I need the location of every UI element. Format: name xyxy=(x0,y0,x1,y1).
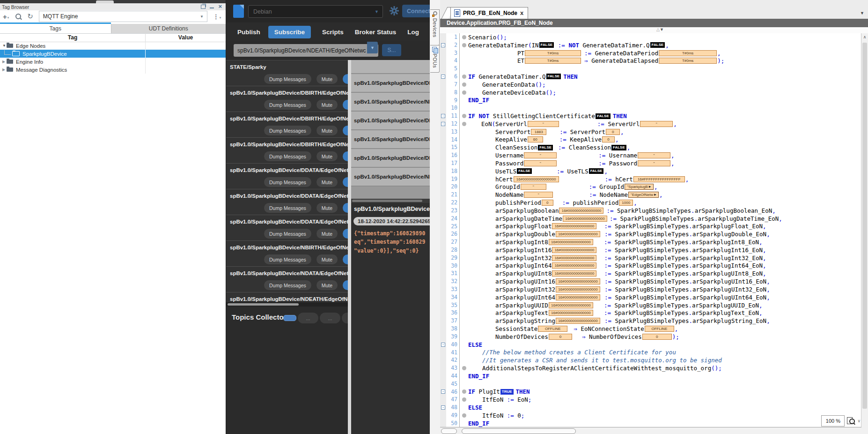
subscription-item[interactable]: spBv1.0/SparkplugBDevice/NDEATH/EdgeOfNe… xyxy=(226,292,348,303)
line-number[interactable]: 13 xyxy=(446,128,460,136)
mute-button[interactable]: Mute xyxy=(316,126,338,135)
line-number[interactable]: 31 xyxy=(446,269,460,277)
line-number[interactable]: 27 xyxy=(446,238,460,246)
topic-select[interactable]: spBv1.0/SparkplugBDevice/NDEATH/EdgeOfNe… xyxy=(234,44,378,57)
zoom-chevron-icon[interactable]: ∨ xyxy=(857,419,861,423)
line-number[interactable]: 16 xyxy=(446,151,460,159)
line-number[interactable]: 22 xyxy=(446,199,460,207)
close-icon[interactable]: × xyxy=(218,4,222,9)
line-number[interactable]: 9 xyxy=(446,97,460,105)
line-number[interactable]: 23 xyxy=(446,207,460,215)
add-tag-icon[interactable]: + xyxy=(3,13,7,21)
subscriptions-hscrollbar[interactable] xyxy=(226,302,348,307)
pous-panel-tab[interactable]: POUs xyxy=(430,45,440,73)
mute-button[interactable]: Mute xyxy=(316,100,338,110)
message-row[interactable]: spBv1.0/SparkplugBDevice/NDEA xyxy=(351,168,430,187)
breakpoint-column[interactable] xyxy=(460,389,468,394)
line-number[interactable]: 10 xyxy=(446,104,460,112)
line-number[interactable]: 33 xyxy=(446,285,460,293)
column-header-tag[interactable]: Tag xyxy=(0,33,146,42)
subscription-item[interactable]: spBv1.0/SparkplugBDevice/DBIRTH/EdgeOfNe… xyxy=(226,112,348,138)
nav-tab-subscribe[interactable]: Subscribe xyxy=(268,26,311,38)
gear-icon[interactable] xyxy=(389,6,399,16)
fold-toggle[interactable]: - xyxy=(441,389,445,394)
chevron-down-icon[interactable]: ▼ xyxy=(200,15,204,19)
line-number[interactable]: 38 xyxy=(446,325,460,333)
subscription-item[interactable]: spBv1.0/SparkplugBDevice/DDATA/EdgeOfNet… xyxy=(226,215,348,241)
fold-toggle[interactable]: - xyxy=(441,343,445,347)
line-number[interactable]: 50 xyxy=(446,419,460,427)
breakpoint-column[interactable] xyxy=(460,397,468,402)
line-number[interactable]: 25 xyxy=(446,223,460,231)
nav-tab-log[interactable]: Log xyxy=(407,29,419,36)
line-number[interactable]: 30 xyxy=(446,262,460,270)
line-number[interactable]: 48 xyxy=(446,404,460,412)
minimize-icon[interactable] xyxy=(210,7,214,8)
breakpoint-dot[interactable] xyxy=(462,82,466,87)
message-row-partial[interactable] xyxy=(351,60,430,74)
unsubscribe-button[interactable]: Unsubscribe xyxy=(343,177,348,187)
messages-hscrollbar[interactable] xyxy=(351,199,430,203)
column-divider[interactable] xyxy=(348,60,351,434)
line-number[interactable]: 46 xyxy=(446,388,460,396)
breakpoint-dot[interactable] xyxy=(462,413,466,418)
unsubscribe-button[interactable]: Unsubscribe xyxy=(343,74,348,84)
breakpoint-dot[interactable] xyxy=(462,75,466,79)
refresh-icon[interactable]: ↻ xyxy=(27,13,33,20)
dump-messages-button[interactable]: Dump Messages xyxy=(264,229,311,239)
editor-hscrollbar[interactable] xyxy=(440,427,861,434)
line-number[interactable]: 1 xyxy=(446,33,460,41)
splitter-arrows-icon[interactable]: △▼ xyxy=(656,27,664,32)
collector-button-2[interactable]: ... xyxy=(320,313,340,323)
breakpoint-column[interactable] xyxy=(460,43,468,47)
devices-panel-tab[interactable]: Devices xyxy=(430,9,440,45)
line-number[interactable]: 41 xyxy=(446,349,460,357)
nav-tab-publish[interactable]: Publish xyxy=(237,29,260,36)
hscrollbar-button[interactable] xyxy=(441,428,457,434)
unsubscribe-button[interactable]: Unsubscribe xyxy=(343,229,348,239)
breakpoint-dot[interactable] xyxy=(462,397,466,402)
mute-button[interactable]: Mute xyxy=(316,254,338,264)
subscription-item[interactable]: spBv1.0/SparkplugBDevice/DDATA/EdgeOfNet… xyxy=(226,164,348,189)
line-number[interactable]: 3 xyxy=(446,49,460,57)
expander-icon[interactable]: ▶ xyxy=(2,60,7,64)
line-number[interactable]: 28 xyxy=(446,246,460,254)
line-number[interactable]: 14 xyxy=(446,136,460,144)
unsubscribe-button[interactable]: Unsubscribe xyxy=(343,126,348,135)
line-number[interactable]: 35 xyxy=(446,301,460,309)
line-number[interactable]: 17 xyxy=(446,159,460,167)
dump-messages-button[interactable]: Dump Messages xyxy=(264,254,311,264)
line-number[interactable]: 39 xyxy=(446,333,460,341)
line-number[interactable]: 18 xyxy=(446,167,460,175)
vscrollbar-thumb[interactable] xyxy=(862,43,867,409)
breakpoint-dot[interactable] xyxy=(462,389,466,394)
line-number[interactable]: 34 xyxy=(446,293,460,301)
line-number[interactable]: 7 xyxy=(446,81,460,89)
subscription-item[interactable]: spBv1.0/SparkplugBDevice/DBIRTH/EdgeOfNe… xyxy=(226,138,348,164)
line-number[interactable]: 37 xyxy=(446,317,460,325)
scroll-up-icon[interactable]: ∧ xyxy=(861,35,868,39)
line-number[interactable]: 43 xyxy=(446,364,460,372)
more-options-icon[interactable]: ⋮ xyxy=(213,13,219,20)
fold-toggle[interactable]: - xyxy=(441,43,445,47)
dump-messages-button[interactable]: Dump Messages xyxy=(264,177,311,187)
restore-icon[interactable] xyxy=(201,5,206,9)
unsubscribe-button[interactable]: Unsubscribe xyxy=(343,280,348,290)
message-row[interactable]: spBv1.0/SparkplugBDevice/DDAT xyxy=(351,130,430,149)
tree-row[interactable]: ▶Message Diagnostics xyxy=(0,66,226,74)
hscrollbar-thumb[interactable] xyxy=(462,428,576,434)
breakpoint-dot[interactable] xyxy=(462,35,466,39)
line-number[interactable]: 8 xyxy=(446,89,460,97)
dump-messages-button[interactable]: Dump Messages xyxy=(264,126,311,135)
line-number[interactable]: 49 xyxy=(446,412,460,419)
chevron-down-icon[interactable]: ▼ xyxy=(375,9,379,14)
search-icon[interactable] xyxy=(15,14,21,19)
line-number[interactable]: 4 xyxy=(446,57,460,65)
fold-toggle[interactable]: - xyxy=(441,75,445,79)
breakpoint-column[interactable] xyxy=(460,114,468,118)
line-number[interactable]: 42 xyxy=(446,356,460,364)
magnifier-icon[interactable] xyxy=(846,417,855,426)
breakpoint-column[interactable] xyxy=(460,82,468,87)
zoom-level[interactable]: 100 % xyxy=(821,415,845,427)
mute-button[interactable]: Mute xyxy=(316,177,338,187)
